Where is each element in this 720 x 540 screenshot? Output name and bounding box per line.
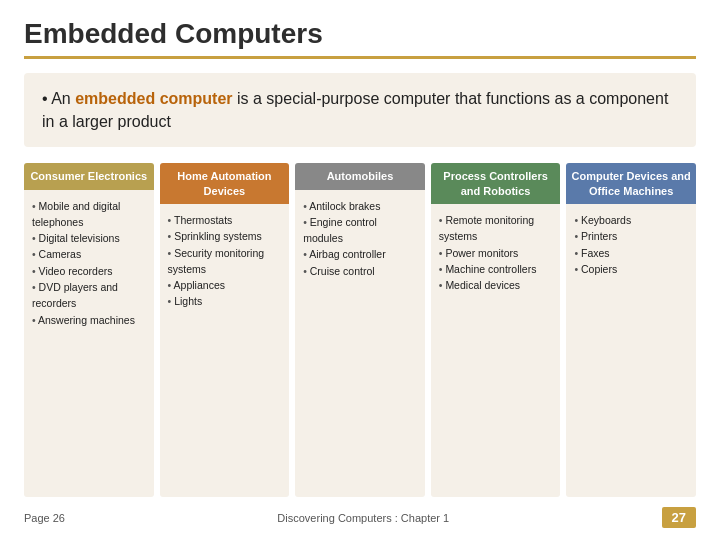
list-item: Printers <box>574 228 688 244</box>
card-home-automation: Home Automation Devices ThermostatsSprin… <box>160 163 290 497</box>
card-auto-header: Automobiles <box>295 163 425 189</box>
card-computer-body: KeyboardsPrintersFaxesCopiers <box>566 204 696 497</box>
card-automobiles: Automobiles Antilock brakesEngine contro… <box>295 163 425 497</box>
list-item: Cruise control <box>303 263 417 279</box>
card-consumer-header: Consumer Electronics <box>24 163 154 189</box>
footer-center: Discovering Computers : Chapter 1 <box>277 512 449 524</box>
cards-row: Consumer Electronics Mobile and digital … <box>24 163 696 497</box>
list-item: Power monitors <box>439 245 553 261</box>
card-computer-header: Computer Devices and Office Machines <box>566 163 696 204</box>
list-item: Sprinkling systems <box>168 228 282 244</box>
slide-title: Embedded Computers <box>24 18 696 59</box>
card-consumer-electronics: Consumer Electronics Mobile and digital … <box>24 163 154 497</box>
list-item: Cameras <box>32 246 146 262</box>
list-item: Answering machines <box>32 312 146 328</box>
page-label: Page 26 <box>24 512 65 524</box>
list-item: Mobile and digital telephones <box>32 198 146 231</box>
card-home-body: ThermostatsSprinkling systemsSecurity mo… <box>160 204 290 497</box>
list-item: Keyboards <box>574 212 688 228</box>
list-item: Medical devices <box>439 277 553 293</box>
list-item: Thermostats <box>168 212 282 228</box>
list-item: Appliances <box>168 277 282 293</box>
bullet-prefix: An <box>51 90 75 107</box>
list-item: Digital televisions <box>32 230 146 246</box>
card-process-controllers: Process Controllers and Robotics Remote … <box>431 163 561 497</box>
card-computer-devices: Computer Devices and Office Machines Key… <box>566 163 696 497</box>
list-item: Airbag controller <box>303 246 417 262</box>
list-item: Copiers <box>574 261 688 277</box>
list-item: Remote monitoring systems <box>439 212 553 245</box>
footer: Page 26 Discovering Computers : Chapter … <box>24 507 696 528</box>
card-auto-body: Antilock brakesEngine control modulesAir… <box>295 190 425 497</box>
card-process-body: Remote monitoring systemsPower monitorsM… <box>431 204 561 497</box>
list-item: Lights <box>168 293 282 309</box>
list-item: Video recorders <box>32 263 146 279</box>
list-item: DVD players and recorders <box>32 279 146 312</box>
bullet-highlight: embedded computer <box>75 90 232 107</box>
slide: Embedded Computers • An embedded compute… <box>0 0 720 540</box>
list-item: Engine control modules <box>303 214 417 247</box>
list-item: Antilock brakes <box>303 198 417 214</box>
card-process-header: Process Controllers and Robotics <box>431 163 561 204</box>
bullet-section: • An embedded computer is a special-purp… <box>24 73 696 147</box>
list-item: Security monitoring systems <box>168 245 282 278</box>
list-item: Faxes <box>574 245 688 261</box>
list-item: Machine controllers <box>439 261 553 277</box>
page-number: 27 <box>662 507 696 528</box>
card-home-header: Home Automation Devices <box>160 163 290 204</box>
card-consumer-body: Mobile and digital telephonesDigital tel… <box>24 190 154 497</box>
